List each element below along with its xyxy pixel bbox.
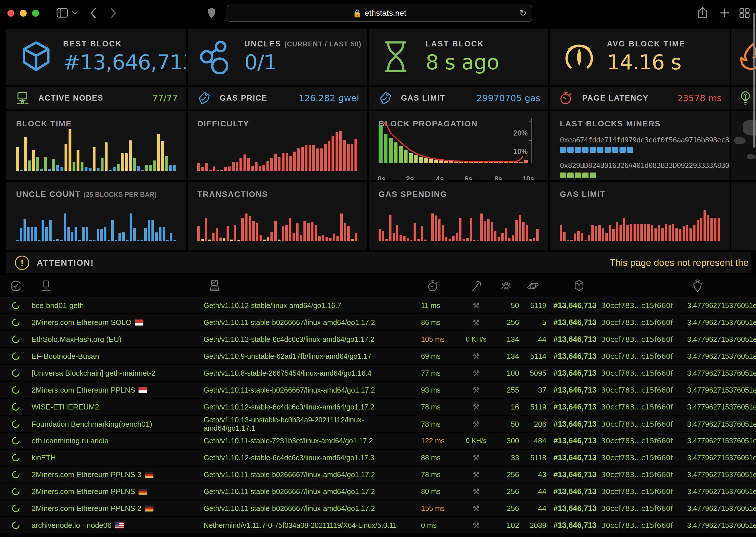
node-name[interactable]: 2Miners.com Ethereum PPLNS 3 xyxy=(31,470,189,479)
chart-bar xyxy=(101,158,104,171)
node-row[interactable]: Foundation Benchmarking(bench01) Geth/v1… xyxy=(0,416,756,433)
chart-title: UNCLE COUNT (25 BLOCKS PER BAR) xyxy=(16,190,176,199)
node-client-version: Geth/v1.10.13-unstable-bc0b34a9-20211112… xyxy=(189,416,407,433)
node-block-hash: 30ccf783...c15f660f xyxy=(597,454,683,462)
chart-bar xyxy=(404,150,408,163)
node-name[interactable]: eth.icanmining.ru aridia xyxy=(31,436,189,445)
chart-bar xyxy=(515,220,518,241)
chart-bar xyxy=(81,162,83,171)
chart-bar xyxy=(491,222,493,242)
node-client-version: Geth/v1.10.11-stable-b0266667/linux-amd6… xyxy=(189,386,407,394)
tab-overview-icon[interactable] xyxy=(739,8,750,18)
chart-bar xyxy=(245,214,247,242)
not-mining-icon: ⚒ xyxy=(459,368,493,378)
node-name[interactable]: EthSolo.MaxHash.org (EU) xyxy=(31,335,189,344)
chart-bar xyxy=(305,145,307,171)
node-row[interactable]: 2Miners.com Ethereum PPLNS Geth/v1.10.11… xyxy=(0,382,756,399)
scrollbar-thumb[interactable] xyxy=(753,13,755,147)
attention-label: ATTENTION! xyxy=(37,258,94,268)
new-tab-icon[interactable] xyxy=(719,8,730,18)
nodes-table-header xyxy=(0,275,756,298)
sidebar-chevron-icon[interactable] xyxy=(72,11,78,15)
chart-bar xyxy=(251,166,253,171)
node-row[interactable]: kinΞTH Geth/v1.10.12-stable-6c4dc6c3/lin… xyxy=(0,450,756,467)
node-latency: 78 ms xyxy=(407,403,459,411)
gas-spending-bars xyxy=(378,198,539,241)
chart-bar xyxy=(301,147,303,171)
node-row[interactable]: eth.icanmining.ru aridia Geth/v1.10.11-s… xyxy=(0,433,756,450)
attention-marquee: This page does not represent the xyxy=(610,257,748,268)
close-window-button[interactable] xyxy=(8,10,14,17)
chart-bar xyxy=(665,224,667,241)
chart-bar xyxy=(113,167,115,171)
chart-bar xyxy=(474,162,478,163)
clipped-card-flame xyxy=(731,29,756,85)
traffic-lights[interactable] xyxy=(8,10,39,17)
back-icon[interactable] xyxy=(89,8,97,19)
node-name[interactable]: archivenode.io - node06 xyxy=(31,521,189,530)
chart-bar xyxy=(679,229,681,241)
node-client-version: Geth/v1.10.12-stable/linux-amd64/go1.16.… xyxy=(189,302,407,310)
chart-bar xyxy=(602,228,604,241)
chart-bar xyxy=(109,170,111,171)
node-name[interactable]: 2Miners.com Ethereum SOLO xyxy=(31,318,189,327)
node-name[interactable]: kinΞTH xyxy=(31,453,189,462)
node-pending: 5118 xyxy=(519,453,546,462)
node-row[interactable]: [Universa Blockchain] geth-mainnet-2 Get… xyxy=(0,365,756,382)
node-name[interactable]: EF-Bootnode-Busan xyxy=(31,352,189,361)
chart-bar xyxy=(289,156,292,171)
chart-bar xyxy=(212,233,214,241)
chart-bar xyxy=(137,240,139,242)
node-block-hash: 30ccf783...c15f660f xyxy=(597,318,683,327)
node-name[interactable]: Foundation Benchmarking(bench01) xyxy=(31,420,189,429)
minimize-window-button[interactable] xyxy=(20,10,27,17)
chart-bar xyxy=(56,239,59,242)
node-name[interactable]: 2Miners.com Ethereum PPLNS xyxy=(31,487,189,496)
node-row[interactable]: 2Miners.com Ethereum SOLO Geth/v1.10.11-… xyxy=(0,314,756,331)
uncle-count-chart: UNCLE COUNT (25 BLOCKS PER BAR) xyxy=(6,182,186,250)
country-flag-icon xyxy=(139,489,147,495)
node-name[interactable]: [Universa Blockchain] geth-mainnet-2 xyxy=(31,369,189,378)
node-latency: 88 ms xyxy=(407,454,459,462)
share-icon[interactable] xyxy=(697,6,708,19)
chart-bar xyxy=(567,240,569,241)
reload-icon[interactable]: ↻ xyxy=(519,8,527,18)
warning-icon: ! xyxy=(15,256,29,270)
node-row[interactable]: WISE-ETHEREUM2 Geth/v1.10.12-stable-6c4d… xyxy=(0,399,756,416)
node-row[interactable]: EthSolo.MaxHash.org (EU) Geth/v1.10.12-s… xyxy=(0,331,756,348)
sidebar-toggle-icon[interactable] xyxy=(56,8,68,18)
chart-bar xyxy=(320,148,323,171)
node-name[interactable]: 2Miners.com Ethereum PPLNS xyxy=(31,386,189,394)
node-client-version: Geth/v1.10.11-stable-b0266667/linux-amd6… xyxy=(189,487,407,496)
node-name[interactable]: 2Miners.com Ethereum PPLNS 2 xyxy=(31,504,189,513)
chart-bar xyxy=(449,239,451,242)
chart-bar xyxy=(494,162,498,163)
forward-icon[interactable] xyxy=(110,8,117,19)
node-row[interactable]: 2Miners.com Ethereum PPLNS Geth/v1.10.11… xyxy=(0,483,756,500)
node-client-version: Geth/v1.10.11-stable-b0266667/linux-amd6… xyxy=(189,471,407,479)
node-block-hash: 30ccf783...c15f660f xyxy=(597,487,683,496)
node-row[interactable]: 2Miners.com Ethereum PPLNS 2 Geth/v1.10.… xyxy=(0,500,756,517)
chart-bar xyxy=(714,218,716,242)
mined-block-square xyxy=(590,173,596,178)
chart-bar xyxy=(452,236,455,241)
zoom-window-button[interactable] xyxy=(32,10,39,17)
avg-block-time-value: 14.16 s xyxy=(607,50,686,74)
node-row[interactable]: archivenode.io - node06 Nethermind/v1.11… xyxy=(0,517,756,534)
node-row[interactable]: 2Miners.com Ethereum PPLNS 3 Geth/v1.10.… xyxy=(0,467,756,483)
node-row[interactable]: bce-bnd01-geth Geth/v1.10.12-stable/linu… xyxy=(0,298,756,314)
mined-block-square xyxy=(582,173,589,178)
node-name[interactable]: bce-bnd01-geth xyxy=(31,301,189,310)
uncles-value: 0/1 xyxy=(245,50,361,74)
node-client-version: Geth/v1.10.12-stable-6c4dc6c3/linux-amd6… xyxy=(189,454,407,462)
node-row[interactable]: EF-Bootnode-Busan Geth/v1.10.9-unstable-… xyxy=(0,348,756,365)
chart-bar xyxy=(262,165,265,171)
url-bar[interactable]: 🔒 ethstats.net ↻ xyxy=(227,5,532,22)
node-name[interactable]: WISE-ETHEREUM2 xyxy=(31,403,189,411)
node-block-hash: 30ccf783...c15f660f xyxy=(597,504,683,513)
privacy-shield-icon[interactable] xyxy=(207,7,216,19)
node-block-hash: 30ccf783...c15f660f xyxy=(597,471,683,479)
chart-bar xyxy=(322,235,324,242)
node-status-icon xyxy=(0,521,31,529)
gas-limit-value: 29970705 gas xyxy=(477,93,540,103)
